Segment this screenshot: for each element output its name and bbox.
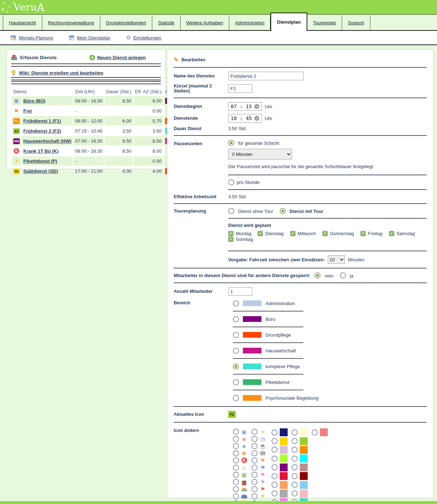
icon-radio[interactable] — [272, 438, 278, 444]
icon-option-flag-pink-icon[interactable]: ⚑ — [251, 471, 272, 478]
blocked-yes-option[interactable]: ja — [340, 272, 360, 279]
icon-color-option-fffacd[interactable] — [292, 428, 312, 437]
icon-radio[interactable] — [272, 464, 278, 470]
service-link[interactable]: Spätdienst (SD) — [23, 168, 58, 174]
checkbox-checked-icon[interactable]: ✓ — [389, 231, 394, 236]
tab-rechnungsverwaltung[interactable]: Rechnungsverwaltung — [42, 15, 100, 30]
icon-radio[interactable] — [251, 429, 258, 435]
icon-radio[interactable] — [272, 473, 278, 479]
icon-option-picture-icon[interactable]: ▦ — [233, 471, 251, 478]
checkbox-checked-icon[interactable]: ✓ — [360, 231, 366, 236]
weekday-donnerstag[interactable]: ✓Donnerstag — [322, 231, 354, 236]
icon-option-alarm-clock-icon[interactable]: ◷ — [251, 435, 272, 442]
area-radio[interactable] — [233, 379, 239, 385]
weekday-freitag[interactable]: ✓Freitag — [360, 231, 382, 236]
icon-color-option-f08080[interactable] — [312, 428, 328, 437]
icon-radio[interactable] — [292, 456, 298, 462]
icon-radio[interactable] — [233, 486, 239, 492]
icon-option-computer-icon[interactable]: ▣ — [233, 428, 251, 435]
icon-radio[interactable] — [251, 457, 258, 463]
blocked-yes-radio[interactable] — [340, 272, 346, 279]
icon-radio[interactable] — [292, 490, 298, 496]
icon-radio[interactable] — [251, 443, 258, 449]
icon-color-option-ffd700[interactable] — [272, 437, 292, 445]
area-option-büro[interactable]: Büro — [233, 315, 427, 323]
break-per-hour-radio[interactable] — [228, 179, 234, 185]
tab-administration[interactable]: Administration — [229, 15, 270, 30]
icon-radio[interactable] — [233, 450, 239, 456]
icon-radio[interactable] — [292, 482, 298, 488]
icon-radio[interactable] — [233, 443, 239, 449]
icon-option-flag-red-icon[interactable]: ⚑ — [251, 485, 272, 493]
icon-option-flag-blue-icon[interactable]: ⚑ — [251, 464, 272, 471]
abbreviation-input[interactable] — [228, 84, 252, 93]
icon-option-rainbow-icon[interactable] — [233, 485, 251, 493]
weekday-mittwoch[interactable]: ✓Mittwoch — [290, 231, 316, 236]
icon-color-option-00ffff[interactable] — [292, 454, 312, 463]
travel-time-select[interactable]: 10 — [328, 255, 345, 264]
tour-with-radio[interactable] — [280, 208, 286, 214]
icon-radio[interactable] — [251, 479, 258, 485]
icon-radio[interactable] — [251, 436, 258, 442]
icon-radio[interactable] — [292, 464, 298, 470]
icon-option-person-clock-red-icon[interactable]: ☻ — [233, 435, 251, 442]
icon-radio[interactable] — [272, 490, 278, 496]
icon-color-option-ffb6c1[interactable] — [292, 489, 312, 498]
area-radio[interactable] — [233, 348, 239, 354]
icon-radio[interactable] — [233, 493, 239, 499]
new-service-link[interactable]: Neuen Dienst anlegen — [90, 55, 146, 60]
icon-color-option-dc143c[interactable] — [272, 472, 292, 480]
tab-statistik[interactable]: Statistik — [152, 15, 181, 30]
tab-hauptansicht[interactable]: Hauptansicht — [3, 15, 42, 30]
break-whole-shift-option[interactable]: für gesamte Schicht — [228, 140, 427, 146]
icon-radio[interactable] — [292, 438, 298, 444]
icon-radio[interactable] — [292, 429, 298, 436]
area-radio[interactable] — [233, 395, 239, 401]
icon-option-coffee-icon[interactable]: ☕ — [251, 442, 272, 450]
icon-radio[interactable] — [272, 456, 278, 462]
clear-time-icon[interactable]: ✕ — [254, 116, 259, 121]
weekday-montag[interactable]: ✓Montag — [228, 231, 251, 236]
icon-radio[interactable] — [272, 447, 278, 453]
service-start-input[interactable]: 07 : 15 ✕ — [228, 102, 262, 111]
area-option-administration[interactable]: Administration — [233, 299, 427, 308]
area-radio[interactable] — [233, 316, 239, 322]
area-option-pikettdienst[interactable]: Pikettdienst — [233, 378, 427, 386]
service-link[interactable]: Frühdienst 2 (F2) — [23, 128, 61, 134]
icon-radio[interactable] — [272, 429, 278, 436]
checkbox-checked-icon[interactable]: ✓ — [228, 231, 234, 236]
icon-color-option-adff2f[interactable] — [272, 454, 292, 463]
checkbox-checked-icon[interactable]: ✓ — [228, 237, 234, 242]
service-end-input[interactable]: 10 : 45 ✕ — [228, 114, 262, 123]
break-minutes-select[interactable]: 0 Minuten — [228, 149, 292, 160]
employee-count-input[interactable] — [228, 287, 252, 296]
icon-radio[interactable] — [251, 493, 258, 499]
icon-option-car-icon[interactable] — [233, 493, 251, 500]
icon-radio[interactable] — [272, 482, 278, 488]
area-radio[interactable] — [233, 363, 239, 370]
icon-radio[interactable] — [233, 436, 239, 442]
icon-radio[interactable] — [233, 479, 239, 485]
icon-color-option-8b0000[interactable] — [292, 472, 312, 480]
icon-radio[interactable] — [292, 473, 298, 479]
subnav-item-mein-dienstplan[interactable]: Mein Dienstplan — [69, 35, 110, 41]
area-option-grundpflege[interactable]: Grundpflege — [233, 331, 427, 339]
area-option-psychosoziale-begleitung[interactable]: Psychosoziale Begleitung — [233, 394, 427, 402]
service-link[interactable]: Hausweritschaft (HW) — [23, 138, 71, 144]
icon-radio[interactable] — [292, 447, 298, 453]
icon-option-person-clock-blue-icon[interactable]: ☻ — [233, 442, 251, 450]
area-option-hauswirtschaft[interactable]: Hauswirtschaft — [233, 346, 427, 355]
tour-without-radio[interactable] — [228, 208, 234, 214]
service-link[interactable]: Pikettdienst (P) — [23, 158, 57, 164]
icon-radio[interactable] — [233, 465, 239, 471]
icon-option-krank-icon[interactable]: K — [233, 457, 251, 464]
icon-radio[interactable] — [233, 472, 239, 478]
service-link[interactable]: Krank 1T Bü (K) — [23, 148, 58, 154]
icon-color-option-9acd32[interactable] — [292, 437, 312, 445]
wiki-link[interactable]: Wiki: Dienste erstellen und bearbeiten — [11, 70, 161, 76]
icon-option-flag-yellow-icon[interactable]: ⚑ — [251, 493, 272, 500]
area-option-komplexe-pflege[interactable]: komplexe Pflege — [233, 362, 427, 371]
icon-radio[interactable] — [233, 457, 239, 463]
icon-color-option-ff8c00[interactable] — [292, 446, 312, 454]
blocked-no-radio[interactable] — [314, 272, 321, 279]
